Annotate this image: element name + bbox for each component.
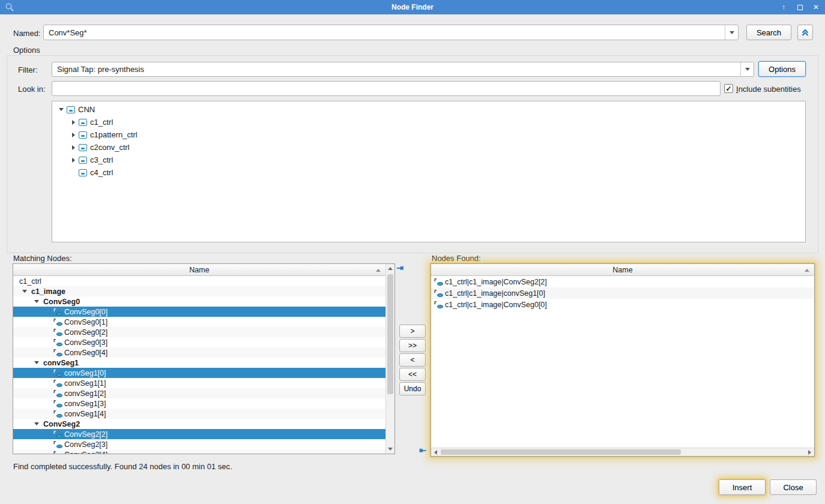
filter-dropdown-arrow-icon[interactable] bbox=[740, 62, 754, 76]
look-in-label: Look in: bbox=[18, 85, 46, 94]
triangle-spacer bbox=[43, 398, 53, 409]
matching-node-row[interactable]: rConvSeg0[1] bbox=[13, 317, 385, 327]
registered-signal-icon: r bbox=[53, 379, 62, 388]
registered-signal-icon: r bbox=[53, 349, 62, 357]
node-name: c1_ctrl|c1_image|convSeg1[0] bbox=[445, 289, 545, 298]
found-node-row[interactable]: rc1_ctrl|c1_image|ConvSeg0[0] bbox=[431, 299, 814, 310]
entity-icon bbox=[67, 106, 75, 113]
named-dropdown-arrow-icon[interactable] bbox=[725, 25, 738, 40]
matching-node-row[interactable]: rconvSeg1[4] bbox=[13, 409, 385, 419]
scroll-left-arrow-icon[interactable] bbox=[431, 448, 440, 456]
transfer-buttons: >>><<<Undo bbox=[399, 325, 426, 397]
close-button[interactable]: Close bbox=[770, 479, 817, 495]
triangle-spacer bbox=[68, 166, 79, 179]
entity-icon bbox=[79, 131, 87, 139]
node-name: convSeg1[0] bbox=[64, 369, 106, 377]
tree-item-c3_ctrl[interactable]: c3_ctrl bbox=[52, 154, 805, 166]
named-value: Conv*Seg* bbox=[44, 25, 725, 40]
scroll-right-arrow-icon[interactable] bbox=[805, 448, 814, 456]
registered-signal-icon: r bbox=[53, 389, 62, 398]
node-name: ConvSeg0[1] bbox=[64, 318, 107, 326]
tree-item-c4_ctrl[interactable]: c4_ctrl bbox=[52, 166, 805, 179]
tree-item-CNN[interactable]: CNN bbox=[52, 103, 805, 116]
matching-node-row[interactable]: rConvSeg0[2] bbox=[13, 327, 385, 337]
matching-node-row[interactable]: convSeg1 bbox=[13, 358, 385, 368]
include-subentities-label[interactable]: Include subentities bbox=[736, 85, 801, 94]
look-in-input[interactable] bbox=[52, 81, 721, 96]
matching-node-row[interactable]: rConvSeg0[0] bbox=[13, 307, 385, 317]
matching-node-row[interactable]: ConvSeg2 bbox=[13, 419, 385, 429]
move-all-right-button[interactable]: >> bbox=[399, 339, 426, 352]
matching-node-row[interactable]: rConvSeg2[2] bbox=[13, 429, 385, 439]
triangle-spacer bbox=[43, 368, 53, 378]
matching-node-row[interactable]: rConvSeg2[3] bbox=[13, 439, 385, 449]
triangle-spacer bbox=[43, 317, 53, 327]
tree-item-label: c3_ctrl bbox=[90, 155, 113, 164]
node-name: convSeg1[2] bbox=[64, 389, 106, 398]
matching-node-row[interactable]: rconvSeg1[2] bbox=[13, 388, 385, 398]
scrollbar-thumb[interactable] bbox=[387, 274, 393, 394]
entity-icon bbox=[79, 119, 87, 126]
node-name: ConvSeg0 bbox=[43, 298, 80, 306]
close-window-button[interactable]: ✕ bbox=[812, 3, 820, 11]
include-subentities-checkbox[interactable]: ✓ bbox=[724, 84, 733, 93]
matching-node-row[interactable]: c1_ctrl bbox=[13, 276, 385, 286]
move-all-left-button[interactable]: << bbox=[399, 368, 426, 381]
nodes-found-column-header[interactable]: Name bbox=[431, 264, 814, 276]
filter-combobox[interactable]: Signal Tap: pre-synthesis bbox=[52, 62, 754, 77]
node-name: c1_image bbox=[31, 287, 65, 296]
shade-window-button[interactable]: ↑ bbox=[779, 3, 788, 11]
triangle-spacer bbox=[43, 337, 53, 347]
collapse-triangle-icon[interactable] bbox=[31, 419, 41, 429]
nodes-found-horizontal-scrollbar[interactable] bbox=[431, 448, 814, 456]
matching-node-row[interactable]: rconvSeg1[0] bbox=[13, 368, 385, 378]
arrow-bar-left-icon[interactable]: ⇤ bbox=[418, 445, 428, 455]
tree-item-label: c2conv_ctrl bbox=[90, 143, 130, 152]
expand-triangle-icon[interactable] bbox=[68, 154, 79, 166]
status-message: Find completed successfully. Found 24 no… bbox=[13, 462, 232, 471]
tree-item-label: c1pattern_ctrl bbox=[90, 130, 138, 139]
arrow-bar-right-icon[interactable]: ⇥ bbox=[395, 263, 405, 272]
triangle-spacer bbox=[43, 409, 53, 419]
move-left-button[interactable]: < bbox=[399, 353, 426, 367]
tree-item-c1pattern_ctrl[interactable]: c1pattern_ctrl bbox=[52, 128, 805, 141]
matching-node-row[interactable]: c1_image bbox=[13, 286, 385, 296]
found-node-row[interactable]: rc1_ctrl|c1_image|convSeg1[0] bbox=[431, 287, 814, 299]
collapse-options-button[interactable] bbox=[797, 25, 813, 40]
node-finder-magnifier-icon bbox=[5, 2, 14, 12]
expand-triangle-icon[interactable] bbox=[68, 116, 79, 128]
matching-vertical-scrollbar[interactable] bbox=[385, 264, 394, 454]
named-combobox[interactable]: Conv*Seg* bbox=[43, 25, 739, 40]
expand-triangle-icon[interactable] bbox=[68, 128, 79, 141]
matching-nodes-column-header[interactable]: Name bbox=[13, 264, 385, 276]
tree-item-c1_ctrl[interactable]: c1_ctrl bbox=[52, 116, 805, 128]
found-node-row[interactable]: rc1_ctrl|c1_image|ConvSeg2[2] bbox=[431, 276, 814, 287]
node-name: convSeg1[3] bbox=[64, 400, 106, 408]
registered-signal-icon: r bbox=[53, 369, 62, 377]
matching-node-row[interactable]: rConvSeg2[4] bbox=[13, 449, 385, 454]
scroll-down-arrow-icon[interactable] bbox=[386, 445, 394, 454]
collapse-triangle-icon[interactable] bbox=[19, 286, 29, 296]
node-name: c1_ctrl|c1_image|ConvSeg0[0] bbox=[445, 301, 547, 309]
move-right-button[interactable]: > bbox=[399, 325, 426, 338]
expand-triangle-icon[interactable] bbox=[68, 141, 79, 154]
undo-button[interactable]: Undo bbox=[399, 382, 426, 395]
search-button[interactable]: Search bbox=[746, 25, 791, 40]
matching-node-row[interactable]: rConvSeg0[4] bbox=[13, 347, 385, 358]
registered-signal-icon: r bbox=[53, 308, 62, 316]
nodes-found-table: Name rc1_ctrl|c1_image|ConvSeg2[2]rc1_ct… bbox=[431, 263, 815, 457]
maximize-button[interactable] bbox=[796, 3, 804, 11]
column-header-label: Name bbox=[612, 266, 632, 274]
matching-node-row[interactable]: rconvSeg1[1] bbox=[13, 378, 385, 388]
scroll-up-arrow-icon[interactable] bbox=[386, 264, 394, 273]
collapse-triangle-icon[interactable] bbox=[31, 296, 41, 307]
collapse-triangle-icon[interactable] bbox=[31, 358, 41, 368]
matching-node-row[interactable]: ConvSeg0 bbox=[13, 296, 385, 307]
filter-options-button[interactable]: Options bbox=[758, 61, 806, 77]
tree-item-c2conv_ctrl[interactable]: c2conv_ctrl bbox=[52, 141, 805, 154]
collapse-triangle-icon[interactable] bbox=[56, 103, 67, 116]
matching-node-row[interactable]: rConvSeg0[3] bbox=[13, 337, 385, 347]
matching-node-row[interactable]: rconvSeg1[3] bbox=[13, 398, 385, 409]
insert-button[interactable]: Insert bbox=[719, 479, 766, 495]
scrollbar-thumb[interactable] bbox=[441, 449, 681, 455]
